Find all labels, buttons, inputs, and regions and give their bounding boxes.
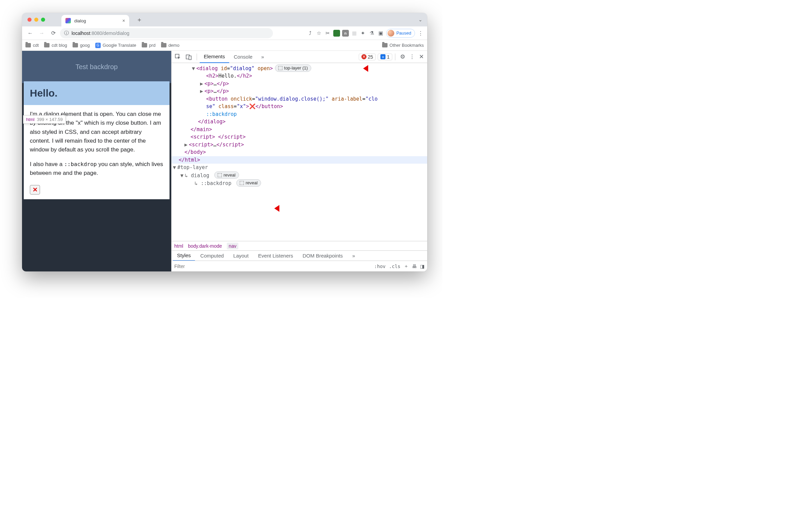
extension-icon-1[interactable]: [333, 30, 340, 37]
reload-button[interactable]: ⟳: [49, 28, 58, 38]
extension-icon-2[interactable]: n: [342, 30, 349, 37]
scissors-icon[interactable]: ✂: [325, 30, 331, 37]
extension-icon-3[interactable]: ▦: [351, 30, 358, 37]
hov-toggle[interactable]: :hov: [374, 264, 386, 269]
kebab-menu-icon[interactable]: ⋮: [417, 30, 424, 37]
window-controls: [27, 18, 45, 22]
bookmark-cdt-blog[interactable]: cdt blog: [44, 43, 67, 48]
folder-icon: [382, 43, 388, 48]
favicon-icon: [66, 18, 71, 23]
tab-styles[interactable]: Styles: [173, 251, 195, 261]
devtools-close-icon[interactable]: ✕: [417, 53, 426, 61]
folder-icon: [142, 43, 147, 48]
paused-label: Paused: [396, 31, 411, 36]
browser-tab[interactable]: dialog ×: [61, 15, 129, 26]
tab-title: dialog: [74, 18, 119, 23]
bookmarks-bar: cdt cdt blog goog GGoogle Translate prd …: [22, 40, 427, 51]
tab-console[interactable]: Console: [230, 51, 257, 63]
bookmark-demo[interactable]: demo: [161, 43, 180, 48]
content-area: Test backdrop Hello. I'm a dialog elemen…: [22, 51, 427, 271]
tabs-overflow-icon[interactable]: ⌄: [418, 17, 422, 22]
bookmark-google-translate[interactable]: GGoogle Translate: [95, 43, 136, 48]
tab-elements[interactable]: Elements: [200, 51, 229, 63]
toggle-sidebar-icon[interactable]: ◨: [420, 264, 424, 269]
address-bar[interactable]: ⓘ localhost:8080/demo/dialog: [60, 28, 273, 38]
devtools-menu-icon[interactable]: ⋮: [407, 53, 416, 61]
new-rule-icon[interactable]: ＋: [404, 263, 408, 269]
labs-icon[interactable]: ⚗: [369, 30, 375, 37]
dialog-element: Hello. I'm a dialog element that is open…: [24, 81, 169, 199]
share-icon[interactable]: ⤴: [307, 30, 314, 37]
info-badge[interactable]: ≡1: [378, 54, 392, 60]
tooltip-tagname: html: [26, 117, 35, 122]
device-toolbar-icon[interactable]: [184, 52, 194, 62]
tab-event-listeners[interactable]: Event Listeners: [254, 251, 297, 261]
extensions-row: ⤴ ☆ ✂ n ▦ ✦ ⚗ ▣ Paused ⋮: [307, 29, 424, 38]
reveal-badge-dialog[interactable]: reveal: [214, 171, 239, 179]
crumb-body[interactable]: body.dark-mode: [188, 243, 222, 249]
tab-close-icon[interactable]: ×: [123, 18, 125, 23]
close-icon: ✕: [33, 186, 38, 193]
bookmark-star-icon[interactable]: ☆: [316, 30, 323, 37]
scroll-into-view-icon: [278, 66, 282, 70]
site-info-icon[interactable]: ⓘ: [64, 30, 69, 36]
minimize-window-icon[interactable]: [34, 18, 38, 22]
cls-toggle[interactable]: .cls: [389, 264, 400, 269]
tooltip-dimensions: 399 × 147.59: [37, 117, 63, 122]
scroll-into-view-icon: [218, 173, 222, 177]
styles-filter-row: :hov .cls ＋ 🖶 ◨: [171, 261, 427, 271]
folder-icon: [44, 43, 50, 48]
other-bookmarks[interactable]: Other Bookmarks: [382, 43, 424, 48]
titlebar: dialog × ＋ ⌄: [22, 13, 427, 26]
rendered-page: Test backdrop Hello. I'm a dialog elemen…: [22, 51, 171, 271]
tab-dom-breakpoints[interactable]: DOM Breakpoints: [299, 251, 347, 261]
translate-icon: G: [95, 43, 101, 48]
close-window-icon[interactable]: [27, 18, 32, 22]
device-cascade-icon[interactable]: 🖶: [412, 264, 417, 269]
inspect-element-icon[interactable]: [173, 52, 183, 62]
dialog-close-button[interactable]: ✕: [30, 185, 40, 194]
new-tab-button[interactable]: ＋: [134, 15, 144, 24]
styles-tabbar: Styles Computed Layout Event Listeners D…: [171, 250, 427, 261]
crumb-html[interactable]: html: [174, 243, 183, 249]
dialog-paragraph-2: I also have a ::backdrop you can style, …: [30, 160, 163, 178]
avatar-icon: [388, 30, 394, 37]
page-header: Test backdrop: [22, 51, 171, 83]
devtools-tabbar: Elements Console » ✕25 ≡1 ⚙ ⋮ ✕: [171, 51, 427, 63]
bookmark-prd[interactable]: prd: [142, 43, 155, 48]
back-button[interactable]: ←: [25, 28, 35, 38]
forward-button[interactable]: →: [37, 28, 47, 38]
tab-layout[interactable]: Layout: [229, 251, 253, 261]
top-layer-badge[interactable]: top-layer (1): [275, 64, 311, 72]
settings-icon[interactable]: ⚙: [398, 53, 407, 61]
errors-badge[interactable]: ✕25: [359, 54, 376, 60]
bookmark-goog[interactable]: goog: [73, 43, 90, 48]
toolbar: ← → ⟳ ⓘ localhost:8080/demo/dialog ⤴ ☆ ✂…: [22, 26, 427, 40]
devtools-panel: Elements Console » ✕25 ≡1 ⚙ ⋮ ✕ ▼<dialog…: [171, 51, 427, 271]
folder-icon: [161, 43, 166, 48]
tab-styles-more[interactable]: »: [348, 251, 359, 261]
url-host: localhost: [72, 31, 90, 36]
styles-filter-input[interactable]: [174, 264, 371, 269]
tab-computed[interactable]: Computed: [196, 251, 228, 261]
dom-tree[interactable]: ▼<dialog id="dialog" open>top-layer (1) …: [171, 63, 427, 241]
error-icon: ✕: [362, 54, 367, 59]
folder-icon: [73, 43, 78, 48]
info-icon: ≡: [381, 54, 386, 59]
scroll-into-view-icon: [240, 181, 244, 185]
maximize-window-icon[interactable]: [41, 18, 45, 22]
dom-breadcrumbs[interactable]: html body.dark-mode nav: [171, 241, 427, 250]
url-path: /demo/dialog: [102, 31, 129, 36]
sidepanel-icon[interactable]: ▣: [377, 30, 384, 37]
bookmark-cdt[interactable]: cdt: [25, 43, 39, 48]
url-port: :8080: [90, 31, 102, 36]
tab-more[interactable]: »: [257, 51, 268, 63]
folder-icon: [25, 43, 31, 48]
profile-paused-chip[interactable]: Paused: [386, 29, 415, 38]
annotation-arrow-icon: [274, 203, 291, 213]
reveal-badge-backdrop[interactable]: reveal: [236, 179, 261, 187]
browser-window: dialog × ＋ ⌄ ← → ⟳ ⓘ localhost:8080/demo…: [22, 13, 427, 271]
extensions-menu-icon[interactable]: ✦: [360, 30, 367, 37]
element-tooltip: html 399 × 147.59: [23, 115, 66, 124]
crumb-nav[interactable]: nav: [227, 243, 239, 249]
